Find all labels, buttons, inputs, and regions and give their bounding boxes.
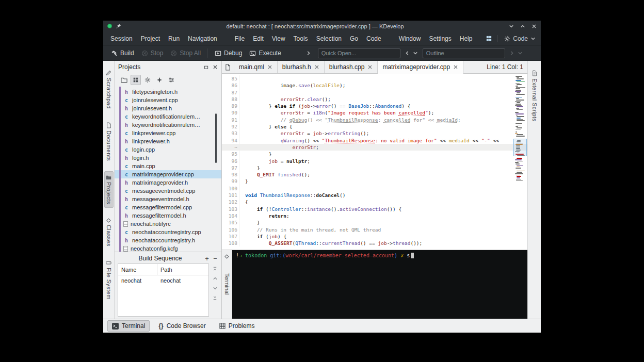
fold-margin[interactable] [239,144,245,151]
tree-item[interactable]: cmessageeventmodel.cpp [115,187,221,195]
tree-item[interactable]: hfiletypesingleton.h [115,88,221,96]
line-number[interactable]: 94 [222,137,237,144]
menu-item-selection[interactable]: Selection [312,33,346,44]
build-button[interactable]: Build [107,47,138,59]
code-browser-toggle-button[interactable]: {}Code Browser [154,320,210,332]
tree-item[interactable]: cjoinrulesevent.cpp [115,96,221,104]
code-row[interactable]: 90 errorStr = i18n("Image request has be… [222,109,527,116]
dock-tab-scratchpad[interactable]: Scratchpad [105,67,113,112]
minimap-viewport[interactable] [513,139,527,156]
editor-tab-blurhash-cpp[interactable]: blurhash.cpp [325,61,378,73]
fold-margin[interactable] [239,164,245,171]
remove-build-item-button[interactable]: − [211,254,219,262]
menu-item-code[interactable]: Code [362,33,385,44]
code-row[interactable]: 92 } else { [222,123,527,130]
fold-margin[interactable] [239,206,245,212]
tree-item[interactable]: cmessagefiltermodel.cpp [115,203,221,211]
tab-close-icon[interactable] [314,64,319,70]
code-row[interactable]: 99} [222,178,527,185]
code-row[interactable]: 107 if (job) { [222,233,527,240]
code-row[interactable]: 98 Q_EMIT finished(); [222,171,527,178]
window-grid-icon[interactable] [486,35,492,42]
tree-item[interactable]: hmessageeventmodel.h [115,195,221,203]
fold-margin[interactable] [239,233,245,240]
fold-margin[interactable] [239,212,245,219]
outline-forward-button[interactable] [508,48,516,58]
debug-button[interactable]: Debug [211,47,246,59]
tree-item[interactable]: hlinkpreviewer.h [115,137,221,145]
fold-margin[interactable] [239,109,245,116]
line-number[interactable]: 97 [222,164,237,171]
line-number[interactable]: 107 [222,233,237,240]
line-number[interactable]: 96 [222,158,237,164]
dock-tab-external-scripts[interactable]: External Scripts [530,67,539,124]
toolbar-overflow-button[interactable] [304,48,313,58]
terminal-options-icon[interactable] [224,254,229,259]
code-row[interactable]: 95 } [222,151,527,157]
menu-item-window[interactable]: Window [395,33,425,44]
float-panel-icon[interactable] [204,65,208,70]
editor-tab-blurhash-h[interactable]: blurhash.h [278,61,325,73]
line-number[interactable]: 93 [222,130,237,137]
line-number[interactable]: 102 [222,199,237,205]
fold-margin[interactable] [239,103,245,109]
code-row[interactable]: ~ errorStr; [222,144,527,151]
menu-item-run[interactable]: Run [164,33,184,44]
pin-icon[interactable] [116,23,121,29]
fold-margin[interactable] [239,130,245,137]
project-tree[interactable]: hfiletypesingleton.hcjoinrulesevent.cpph… [115,87,221,252]
tree-item[interactable]: clogin.cpp [115,145,221,154]
code-row[interactable]: 87 [222,89,527,96]
line-number[interactable]: 91 [222,117,237,123]
quick-open-dropdown-button[interactable] [411,48,420,58]
outline-input[interactable] [423,48,505,58]
line-number[interactable]: 108 [222,240,237,246]
fold-margin[interactable] [239,117,245,123]
tab-close-icon[interactable] [453,64,458,70]
tree-item[interactable]: hkeywordnotificationrulem… [115,121,221,129]
code-row[interactable]: 88 errorStr.clear(); [222,96,527,103]
line-number[interactable]: 99 [222,178,237,185]
terminal-toggle-button[interactable]: Terminal [107,320,150,332]
fold-margin[interactable] [239,75,245,82]
menu-item-navigation[interactable]: Navigation [184,33,221,44]
fold-margin[interactable] [239,171,245,178]
tree-item[interactable]: hjoinrulesevent.h [115,104,221,112]
line-number[interactable]: 85 [222,75,237,82]
code-row[interactable]: 85 [222,75,527,82]
code-row[interactable]: 108 Q_ASSERT(QThread::currentThread() ==… [222,240,527,246]
line-number[interactable]: 103 [222,206,237,212]
fold-margin[interactable] [239,192,245,199]
code-row[interactable]: 86 image.save(localFile); [222,82,527,89]
line-number[interactable]: 90 [222,109,237,116]
fold-margin[interactable] [239,226,245,233]
fold-margin[interactable] [239,89,245,96]
line-number[interactable]: 105 [222,219,237,226]
minimap[interactable] [514,76,526,184]
document-list-button[interactable] [222,61,234,73]
dock-tab-projects[interactable]: Projects [104,171,114,208]
line-number[interactable]: 92 [222,123,237,130]
fold-margin[interactable] [239,96,245,103]
code-row[interactable]: 94 qWarning() << "ThumbnailResponse: no … [222,137,527,144]
line-number[interactable]: 95 [222,151,237,157]
buildset-button[interactable] [154,75,165,85]
line-number[interactable]: 106 [222,226,237,233]
menu-item-session[interactable]: Session [106,33,137,44]
menu-item-settings[interactable]: Settings [425,33,455,44]
tree-item[interactable]: cneochataccountregistry.cpp [115,228,221,236]
targets-button[interactable] [131,75,141,85]
code-editor[interactable]: 8586 image.save(localFile);8788 errorStr… [222,74,527,250]
dock-tab-file-system[interactable]: File System [105,257,113,303]
tree-item[interactable]: ckeywordnotificationrulem… [115,112,221,121]
build-sequence-table[interactable]: NamePathneochatneochat [118,264,209,317]
code-row[interactable]: 102{ [222,199,527,205]
line-number[interactable]: 104 [222,212,237,219]
fold-margin[interactable] [239,123,245,130]
menu-item-help[interactable]: Help [456,33,477,44]
minimize-button[interactable] [509,24,514,29]
move-top-icon[interactable] [213,267,217,271]
stop-button[interactable]: Stop [138,47,167,59]
editor-tab-main-qml[interactable]: main.qml [234,61,278,73]
tab-close-icon[interactable] [367,64,373,70]
